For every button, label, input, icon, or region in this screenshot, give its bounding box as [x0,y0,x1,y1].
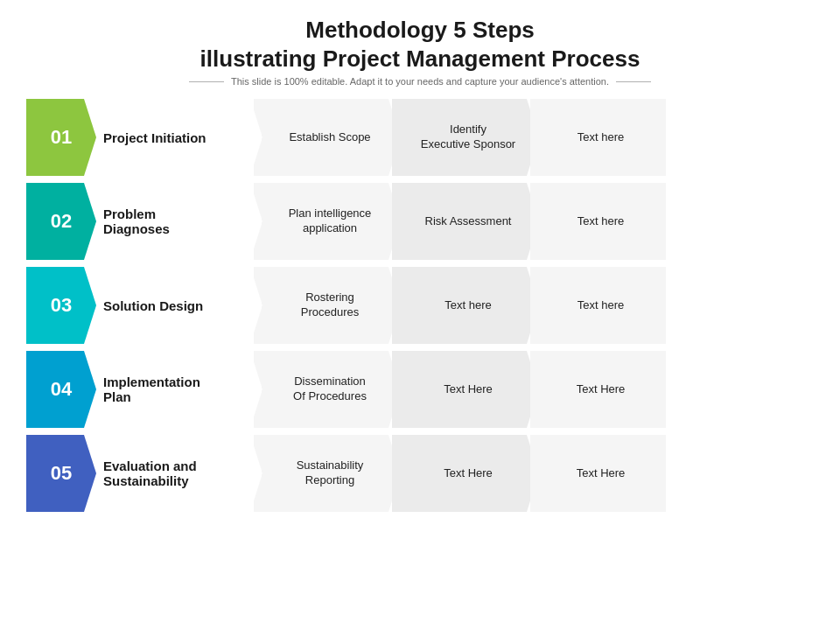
step-label-2: ProblemDiagnoses [88,183,262,260]
subtitle-text: This slide is 100% editable. Adapt it to… [231,76,609,87]
step-1-cell-3: Text here [530,99,666,176]
step-label-5: Evaluation andSustainability [88,435,262,512]
step-5-cell-3: Text Here [530,435,666,512]
step-3-cell-1: RosteringProcedures [254,267,401,344]
step-badge-1: 01 [26,99,96,176]
step-label-3: Solution Design [88,267,262,344]
step-row-5: 05Evaluation andSustainabilitySustainabi… [26,435,814,512]
step-row-4: 04ImplementationPlanDisseminationOf Proc… [26,351,814,428]
step-row-1: 01Project InitiationEstablish ScopeIdent… [26,99,814,176]
step-badge-3: 03 [26,267,96,344]
step-badge-2: 02 [26,183,96,260]
step-row-2: 02ProblemDiagnosesPlan intelligenceappli… [26,183,814,260]
step-1-cell-1: Establish Scope [254,99,401,176]
step-2-cell-3: Text here [530,183,666,260]
step-4-cell-2: Text Here [392,351,539,428]
subtitle-line-right [616,81,651,82]
step-5-cell-2: Text Here [392,435,539,512]
step-label-1: Project Initiation [88,99,262,176]
step-label-4: ImplementationPlan [88,351,262,428]
steps-container: 01Project InitiationEstablish ScopeIdent… [26,99,814,512]
step-4-cell-1: DisseminationOf Procedures [254,351,401,428]
step-5-cell-1: SustainabilityReporting [254,435,401,512]
step-3-cell-3: Text here [530,267,666,344]
step-4-cell-3: Text Here [530,351,666,428]
step-badge-5: 05 [26,435,96,512]
step-badge-4: 04 [26,351,96,428]
step-3-cell-2: Text here [392,267,539,344]
step-row-3: 03Solution DesignRosteringProceduresText… [26,267,814,344]
subtitle-row: This slide is 100% editable. Adapt it to… [189,76,651,87]
step-2-cell-2: Risk Assessment [392,183,539,260]
step-1-cell-2: IdentifyExecutive Sponsor [392,99,539,176]
subtitle-line-left [189,81,224,82]
step-2-cell-1: Plan intelligenceapplication [254,183,401,260]
page: Methodology 5 Steps illustrating Project… [0,0,840,630]
page-title: Methodology 5 Steps illustrating Project… [200,16,640,73]
